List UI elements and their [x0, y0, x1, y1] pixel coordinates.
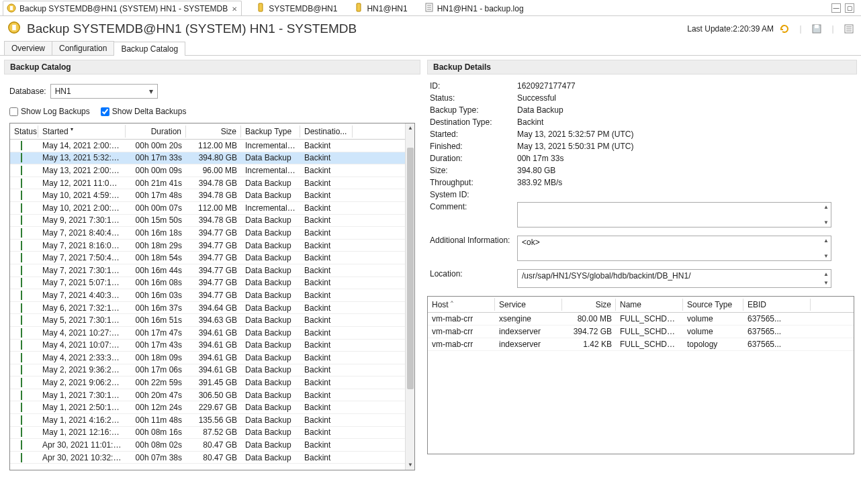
table-row[interactable]: May 4, 2021 10:07:13...00h 17m 43s394.61… — [10, 340, 405, 352]
table-row[interactable]: May 1, 2021 4:16:24 ...00h 11m 48s135.56… — [10, 414, 405, 427]
started-value: May 13, 2021 5:32:57 PM (UTC) — [517, 130, 857, 139]
col-stype[interactable]: Source Type — [683, 299, 743, 311]
col-duration[interactable]: Duration — [126, 125, 186, 138]
cell-type: Data Backup — [241, 253, 300, 262]
cell-dest: Backint — [300, 403, 353, 412]
table-row[interactable]: May 7, 2021 8:40:47 ...00h 16m 18s394.77… — [10, 227, 405, 240]
cell-size: 394.78 GB — [186, 191, 241, 200]
col-host[interactable]: Host ^ — [428, 298, 495, 311]
catalog-scrollbar[interactable]: ▲ ▼ — [405, 123, 414, 470]
table-row[interactable]: May 9, 2021 7:30:13 ...00h 15m 50s394.78… — [10, 215, 405, 228]
col-status[interactable]: Status — [10, 125, 38, 138]
refresh-icon[interactable] — [779, 23, 790, 34]
show-log-backups-checkbox[interactable]: Show Log Backups — [9, 107, 90, 116]
table-row[interactable]: May 10, 2021 4:59:10...00h 17m 48s394.78… — [10, 189, 405, 202]
col-type[interactable]: Backup Type — [241, 125, 300, 138]
status-success-icon — [21, 415, 22, 425]
table-row[interactable]: May 13, 2021 2:00:13...00h 00m 09s96.00 … — [10, 164, 405, 177]
open-log-icon[interactable] — [844, 23, 854, 34]
cell-started: May 13, 2021 2:00:13... — [38, 166, 126, 175]
col-service[interactable]: Service — [495, 299, 562, 311]
cell-dest: Backint — [300, 241, 353, 250]
location-label: Location: — [430, 269, 517, 279]
cell-duration: 00h 17m 43s — [126, 340, 186, 350]
tab-overview[interactable]: Overview — [4, 41, 52, 55]
table-row[interactable]: May 1, 2021 12:16:21...00h 08m 16s87.52 … — [10, 427, 405, 440]
cell-size: 229.67 GB — [186, 403, 241, 412]
id-label: ID: — [430, 81, 517, 91]
table-row[interactable]: May 7, 2021 4:40:30 ...00h 16m 03s394.77… — [10, 289, 405, 302]
addinfo-textarea[interactable]: <ok>▲▼ — [517, 236, 831, 261]
table-row[interactable]: May 2, 2021 9:36:20 ...00h 17m 06s394.61… — [10, 364, 405, 377]
show-delta-backups-checkbox[interactable]: Show Delta Backups — [101, 107, 187, 116]
status-success-icon — [21, 453, 22, 462]
table-row[interactable]: Apr 30, 2021 10:32:1...00h 07m 38s80.47 … — [10, 452, 405, 464]
table-row[interactable]: May 14, 2021 2:00:13...00h 00m 20s112.00… — [10, 140, 405, 152]
dest-type-label: Destination Type: — [430, 117, 517, 127]
cell-type: Data Backup — [241, 353, 300, 362]
cell-type: Incremental ... — [241, 141, 300, 150]
col-size[interactable]: Size — [186, 125, 241, 138]
svg-rect-9 — [12, 25, 16, 30]
table-row[interactable]: May 1, 2021 7:30:14 ...00h 20m 47s306.50… — [10, 389, 405, 402]
table-row[interactable]: May 4, 2021 2:33:39 ...00h 18m 09s394.61… — [10, 352, 405, 364]
table-row[interactable]: May 5, 2021 7:30:13 ...00h 16m 51s394.63… — [10, 314, 405, 327]
table-row[interactable]: Apr 30, 2021 11:01:3...00h 08m 02s80.47 … — [10, 439, 405, 452]
table-row[interactable]: May 2, 2021 9:06:25 ...00h 22m 59s391.45… — [10, 376, 405, 389]
status-success-icon — [21, 403, 22, 412]
cell-stype: volume — [683, 314, 743, 323]
cell-fsize: 1.42 KB — [562, 340, 616, 349]
comment-textarea[interactable]: ▲▼ — [517, 202, 831, 228]
table-row[interactable]: May 7, 2021 5:07:14 ...00h 16m 08s394.77… — [10, 277, 405, 290]
col-ebid[interactable]: EBID — [743, 299, 811, 311]
table-row[interactable]: vm-mab-crrindexserver1.42 KBFULL_SCHD_d.… — [428, 338, 854, 351]
editor-tab-label: HN1@HN1 — [367, 4, 407, 13]
cell-size: 135.56 GB — [186, 415, 241, 425]
location-textarea[interactable]: /usr/sap/HN1/SYS/global/hdb/backint/DB_H… — [517, 269, 831, 288]
table-row[interactable]: May 1, 2021 2:50:12 ...00h 12m 24s229.67… — [10, 401, 405, 414]
table-row[interactable]: May 12, 2021 11:09:5...00h 21m 41s394.78… — [10, 177, 405, 190]
table-row[interactable]: May 7, 2021 7:30:13 ...00h 16m 44s394.77… — [10, 264, 405, 277]
cell-fsize: 80.00 MB — [562, 314, 616, 323]
editor-tab-systemdb[interactable]: SYSTEMDB@HN1 — [253, 1, 340, 15]
cell-type: Data Backup — [241, 427, 300, 437]
col-dest[interactable]: Destinatio... — [300, 125, 353, 138]
table-row[interactable]: vm-mab-crrindexserver394.72 GBFULL_SCHD_… — [428, 325, 854, 338]
editor-tab-hn1[interactable]: HN1@HN1 — [351, 1, 410, 15]
cell-duration: 00h 07m 38s — [126, 453, 186, 462]
scroll-thumb[interactable] — [407, 148, 414, 389]
table-row[interactable]: May 7, 2021 7:50:48 ...00h 18m 54s394.77… — [10, 252, 405, 264]
minimize-icon[interactable]: — — [831, 3, 841, 13]
backup-icon — [6, 3, 17, 15]
table-row[interactable]: May 7, 2021 8:16:03 ...00h 18m 29s394.77… — [10, 240, 405, 252]
save-icon[interactable] — [811, 23, 822, 34]
col-fname[interactable]: Name — [616, 299, 683, 311]
cell-dest: Backint — [300, 153, 353, 162]
col-started[interactable]: Started ▾ — [38, 125, 126, 138]
col-fsize[interactable]: Size — [562, 299, 616, 311]
status-success-icon — [21, 228, 22, 238]
cell-started: May 7, 2021 7:30:13 ... — [38, 266, 126, 275]
editor-tab-log[interactable]: HN1@HN1 - backup.log — [421, 1, 527, 15]
table-row[interactable]: May 10, 2021 2:00:14...00h 00m 07s112.00… — [10, 202, 405, 215]
table-row[interactable]: vm-mab-crrxsengine80.00 MBFULL_SCHD_d...… — [428, 313, 854, 325]
cell-size: 394.78 GB — [186, 215, 241, 225]
scroll-up-icon[interactable]: ▲ — [407, 125, 414, 132]
tab-backup-catalog[interactable]: Backup Catalog — [114, 42, 185, 56]
editor-tab-label: Backup SYSTEMDB@HN1 (SYSTEM) HN1 - SYSTE… — [19, 4, 228, 13]
cell-size: 394.77 GB — [186, 291, 241, 300]
tab-configuration[interactable]: Configuration — [52, 41, 114, 55]
editor-tab-backup[interactable]: Backup SYSTEMDB@HN1 (SYSTEM) HN1 - SYSTE… — [3, 1, 242, 15]
table-row[interactable]: May 4, 2021 10:27:57...00h 17m 47s394.61… — [10, 327, 405, 340]
cell-dest: Backint — [300, 415, 353, 425]
table-row[interactable]: May 13, 2021 5:32:57...00h 17m 33s394.80… — [10, 152, 405, 165]
table-row[interactable]: May 6, 2021 7:32:12 ...00h 16m 37s394.64… — [10, 302, 405, 315]
cell-started: May 5, 2021 7:30:13 ... — [38, 315, 126, 325]
status-success-icon — [21, 141, 22, 150]
database-dropdown[interactable]: HN1 — [50, 84, 158, 99]
scroll-down-icon[interactable]: ▼ — [407, 462, 414, 468]
cell-size: 394.61 GB — [186, 365, 241, 374]
maximize-icon[interactable]: ▢ — [845, 3, 854, 13]
cell-ebid: 637565... — [743, 314, 811, 323]
close-icon[interactable]: ✕ — [230, 5, 238, 13]
